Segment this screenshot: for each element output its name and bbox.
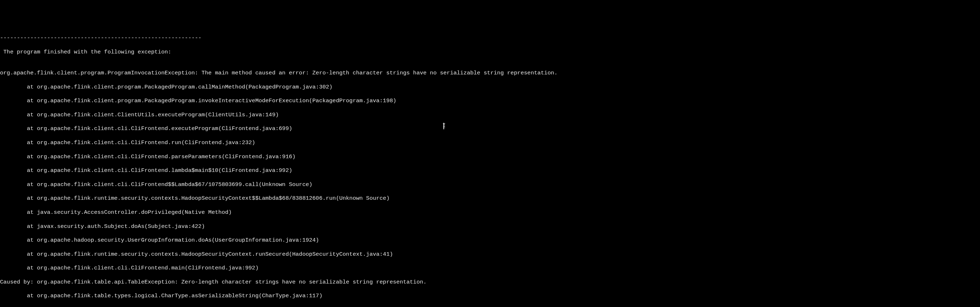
stack-line: at org.apache.hadoop.security.UserGroupI… [0,237,980,244]
stack-line: at org.apache.flink.client.program.Packa… [0,84,980,91]
stack-line: at org.apache.flink.client.cli.CliFronte… [0,167,980,174]
terminal-output[interactable]: ----------------------------------------… [0,28,980,307]
stack-line: at org.apache.flink.client.cli.CliFronte… [0,139,980,146]
exception-line: org.apache.flink.client.program.ProgramI… [0,70,980,76]
stack-line: at java.security.AccessController.doPriv… [0,209,980,216]
text-cursor-icon [444,123,444,129]
header-line: The program finished with the following … [0,49,980,56]
stack-line: at org.apache.flink.client.ClientUtils.e… [0,111,980,118]
stack-line: at org.apache.flink.client.program.Packa… [0,97,980,104]
stack-line: at org.apache.flink.client.cli.CliFronte… [0,154,980,161]
stack-line: at org.apache.flink.runtime.security.con… [0,251,980,258]
stack-line: at org.apache.flink.runtime.security.con… [0,195,980,202]
stack-line: at javax.security.auth.Subject.doAs(Subj… [0,223,980,230]
stack-line: at org.apache.flink.client.cli.CliFronte… [0,181,980,188]
stack-line: at org.apache.flink.client.cli.CliFronte… [0,265,980,272]
separator-line: ----------------------------------------… [0,35,980,41]
stack-line: at org.apache.flink.client.cli.CliFronte… [0,125,980,132]
caused-stack-line: at org.apache.flink.table.types.logical.… [0,293,980,299]
caused-by-line: Caused by: org.apache.flink.table.api.Ta… [0,279,980,286]
